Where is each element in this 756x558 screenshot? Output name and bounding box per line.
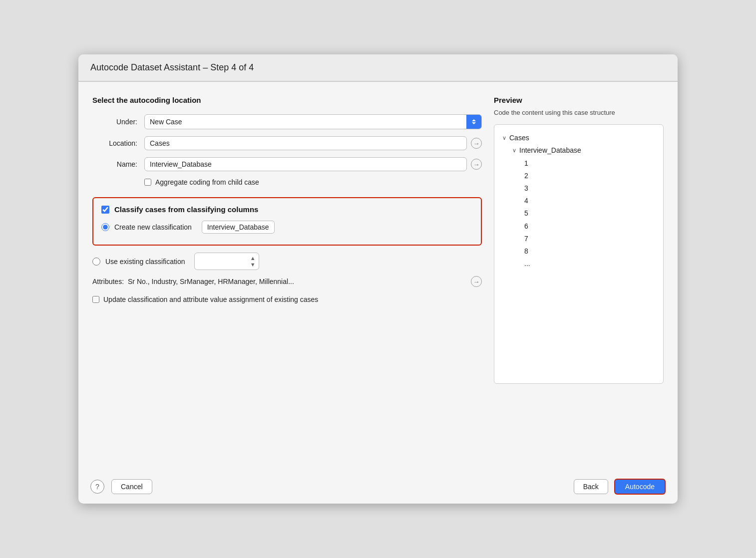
classify-header: Classify cases from classifying columns [101, 205, 473, 214]
aggregate-label: Aggregate coding from child case [155, 178, 259, 186]
under-row: Under: New Case [92, 114, 482, 129]
aggregate-row: Aggregate coding from child case [144, 178, 482, 186]
interview-db-chevron-icon: ∨ [512, 146, 516, 156]
content-area: Select the autocoding location Under: Ne… [78, 82, 678, 470]
under-label: Under: [92, 118, 137, 126]
classify-box: Classify cases from classifying columns … [92, 197, 482, 246]
attributes-row: Attributes: Sr No., Industry, SrManager,… [92, 276, 482, 287]
use-existing-radio[interactable] [92, 258, 100, 266]
autocode-button[interactable]: Autocode [614, 479, 666, 495]
classify-checkbox[interactable] [101, 206, 109, 214]
name-row: Name: Interview_Database → [92, 157, 482, 171]
tree-item-4: 4 [502, 195, 655, 207]
back-button[interactable]: Back [574, 479, 608, 494]
update-row: Update classification and attribute valu… [92, 295, 482, 305]
tree-item-8: 8 [502, 245, 655, 258]
location-input[interactable]: Cases [144, 136, 467, 150]
update-checkbox[interactable] [92, 296, 99, 303]
tree-cases: ∨ Cases [502, 132, 655, 144]
existing-select[interactable]: ▲ ▼ [194, 253, 259, 270]
location-label: Location: [92, 139, 137, 147]
update-label: Update classification and attribute valu… [103, 295, 318, 305]
tree-item-5-label: 5 [524, 207, 528, 220]
classify-label: Classify cases from classifying columns [114, 205, 258, 214]
tree-item-2: 2 [502, 170, 655, 182]
tree-item-3: 3 [502, 182, 655, 195]
preview-title: Preview [494, 96, 664, 104]
section-title: Select the autocoding location [92, 96, 482, 104]
title-bar: Autocode Dataset Assistant – Step 4 of 4 [78, 54, 678, 81]
tree-item-7: 7 [502, 233, 655, 245]
preview-tree: ∨ Cases ∨ Interview_Database 1 2 3 4 5 6… [494, 124, 664, 384]
existing-select-arrows-icon: ▲ ▼ [247, 253, 259, 270]
name-input-group: Interview_Database → [144, 157, 482, 171]
tree-item-1: 1 [502, 157, 655, 170]
existing-select-text [195, 260, 247, 264]
dialog-container: Autocode Dataset Assistant – Step 4 of 4… [78, 54, 678, 504]
tree-cases-label: Cases [509, 132, 529, 144]
help-button[interactable]: ? [90, 480, 104, 494]
location-row: Location: Cases → [92, 136, 482, 150]
tree-item-6-label: 6 [524, 220, 528, 233]
attributes-label: Attributes: [92, 278, 124, 285]
under-control: New Case [144, 114, 482, 129]
attributes-value: Sr No., Industry, SrManager, HRManager, … [128, 278, 467, 285]
dialog-title: Autocode Dataset Assistant – Step 4 of 4 [90, 62, 666, 73]
tree-item-ellipsis: ... [502, 258, 655, 270]
location-control: Cases → [144, 136, 482, 150]
attributes-info-icon[interactable]: → [471, 276, 482, 287]
name-control: Interview_Database → [144, 157, 482, 171]
footer-left: ? Cancel [90, 479, 152, 494]
footer-right: Back Autocode [574, 479, 666, 495]
tree-item-3-label: 3 [524, 182, 528, 195]
tree-item-6: 6 [502, 220, 655, 233]
create-new-row: Create new classification Interview_Data… [101, 221, 473, 234]
aggregate-checkbox[interactable] [144, 179, 151, 186]
use-existing-label: Use existing classification [105, 258, 185, 266]
preview-subtitle: Code the content using this case structu… [494, 108, 664, 117]
cancel-button[interactable]: Cancel [111, 479, 152, 494]
create-new-label: Create new classification [114, 223, 192, 231]
create-new-radio[interactable] [101, 223, 109, 231]
left-panel: Select the autocoding location Under: Ne… [92, 96, 482, 470]
tree-item-8-label: 8 [524, 245, 528, 258]
tree-item-7-label: 7 [524, 233, 528, 245]
use-existing-row: Use existing classification ▲ ▼ [92, 253, 482, 270]
classification-name-field[interactable]: Interview_Database [202, 221, 275, 234]
tree-item-1-label: 1 [524, 157, 528, 170]
tree-item-4-label: 4 [524, 195, 528, 207]
location-info-icon[interactable]: → [471, 138, 482, 149]
tree-item-5: 5 [502, 207, 655, 220]
name-input[interactable]: Interview_Database [144, 157, 467, 171]
under-select[interactable]: New Case [144, 114, 482, 129]
cases-chevron-icon: ∨ [502, 133, 506, 143]
right-panel: Preview Code the content using this case… [494, 96, 664, 470]
under-select-button[interactable] [466, 115, 481, 129]
tree-item-2-label: 2 [524, 170, 528, 182]
footer: ? Cancel Back Autocode [78, 470, 678, 504]
under-select-value: New Case [145, 115, 466, 128]
name-label: Name: [92, 160, 137, 168]
tree-item-ellipsis-label: ... [524, 258, 530, 270]
tree-interview-db: ∨ Interview_Database [502, 144, 655, 157]
tree-interview-db-label: Interview_Database [519, 144, 581, 157]
name-info-icon[interactable]: → [471, 159, 482, 170]
location-input-group: Cases → [144, 136, 482, 150]
